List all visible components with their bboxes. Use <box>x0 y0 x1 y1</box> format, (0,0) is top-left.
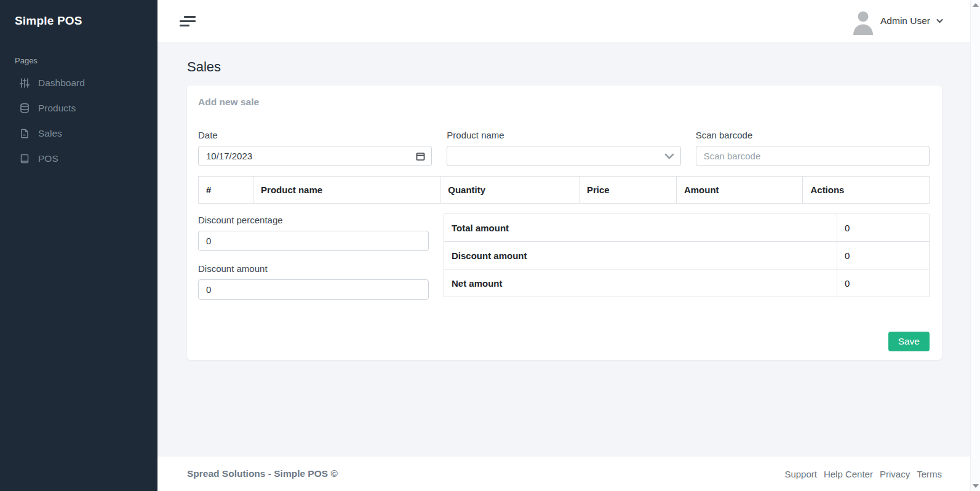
scroll-up-icon[interactable] <box>973 3 979 7</box>
sale-items-table: # Product name Quantity Price Amount Act… <box>198 176 930 204</box>
footer-copyright: Spread Solutions - Simple POS © <box>187 468 338 479</box>
content-column: Admin User Sales Add new sale Date <box>157 0 980 491</box>
items-col-product-name: Product name <box>253 177 440 204</box>
save-button[interactable]: Save <box>888 332 930 351</box>
footer-link-terms[interactable]: Terms <box>917 469 942 479</box>
sliders-icon <box>18 77 30 89</box>
summary-value: 0 <box>837 269 930 297</box>
add-new-sale-card: Add new sale Date <box>187 86 942 360</box>
sidebar-item-products[interactable]: Products <box>0 95 157 121</box>
sidebar-item-label: Dashboard <box>38 78 85 89</box>
discount-amount-label: Discount amount <box>198 263 429 274</box>
card-title: Add new sale <box>198 97 930 108</box>
items-col-actions: Actions <box>803 177 930 204</box>
avatar <box>851 7 875 35</box>
items-col-quantity: Quantity <box>440 177 580 204</box>
chevron-down-icon <box>936 18 943 23</box>
discount-amount-input[interactable] <box>198 279 429 300</box>
menu-toggle-icon[interactable] <box>178 14 197 29</box>
footer-link-help-center[interactable]: Help Center <box>824 469 873 479</box>
main-content: Sales Add new sale Date <box>157 42 980 457</box>
summary-label: Total amount <box>444 214 837 242</box>
sidebar-item-dashboard[interactable]: Dashboard <box>0 70 157 95</box>
database-icon <box>18 102 30 114</box>
sidebar-section-label: Pages <box>0 56 157 65</box>
summary-label: Net amount <box>444 269 837 297</box>
brand-title: Simple POS <box>15 14 82 28</box>
sidebar-item-label: Sales <box>38 128 62 139</box>
summary-table: Total amount 0 Discount amount 0 Net amo… <box>444 214 930 297</box>
brand[interactable]: Simple POS <box>0 0 157 42</box>
date-input[interactable] <box>198 146 432 166</box>
user-name: Admin User <box>880 15 930 26</box>
user-menu[interactable]: Admin User <box>851 7 943 35</box>
date-label: Date <box>198 130 432 140</box>
footer: Spread Solutions - Simple POS © Support … <box>157 457 980 491</box>
footer-links: Support Help Center Privacy Terms <box>784 469 942 479</box>
discount-percentage-input[interactable] <box>198 231 429 251</box>
sidebar-item-label: POS <box>38 153 58 164</box>
footer-link-privacy[interactable]: Privacy <box>880 469 910 479</box>
vertical-scrollbar[interactable] <box>970 0 980 491</box>
summary-row-discount: Discount amount 0 <box>444 242 930 269</box>
summary-value: 0 <box>837 242 930 269</box>
items-col-number: # <box>199 177 253 204</box>
sidebar: Simple POS Pages Dashboard Products <box>0 0 157 491</box>
page-title: Sales <box>187 59 942 75</box>
file-icon <box>18 127 30 139</box>
product-name-label: Product name <box>447 130 680 140</box>
discount-percentage-label: Discount percentage <box>198 215 429 225</box>
app-window: Simple POS Pages Dashboard Products <box>0 0 980 491</box>
scroll-down-icon[interactable] <box>973 484 979 488</box>
summary-row-net: Net amount 0 <box>444 269 930 297</box>
summary-value: 0 <box>837 214 930 242</box>
summary-row-total: Total amount 0 <box>444 214 930 242</box>
items-col-amount: Amount <box>676 177 803 204</box>
top-header: Admin User <box>157 0 980 42</box>
footer-link-support[interactable]: Support <box>784 469 817 479</box>
journal-icon <box>18 153 30 164</box>
scan-barcode-label: Scan barcode <box>696 130 930 140</box>
totals-row: Discount percentage Discount amount Tota… <box>198 214 930 300</box>
sale-form-row: Date Product name <box>198 130 930 166</box>
items-col-price: Price <box>579 177 676 204</box>
scan-barcode-input[interactable] <box>696 146 930 166</box>
summary-label: Discount amount <box>444 242 837 269</box>
sidebar-item-label: Products <box>38 103 76 114</box>
sidebar-item-pos[interactable]: POS <box>0 146 157 171</box>
sidebar-item-sales[interactable]: Sales <box>0 121 157 146</box>
items-table-header-row: # Product name Quantity Price Amount Act… <box>199 177 930 204</box>
product-select[interactable] <box>447 146 680 166</box>
